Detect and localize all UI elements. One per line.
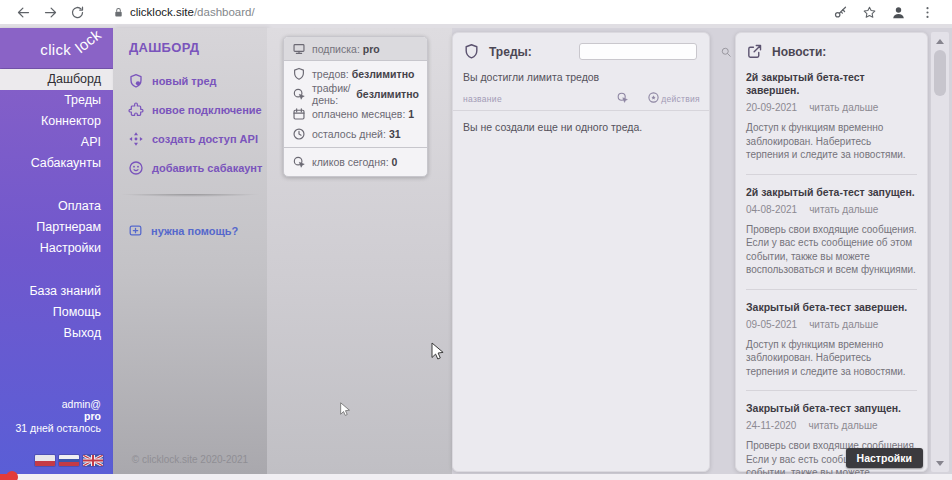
sidebar-item-label: Помощь: [53, 305, 101, 319]
new-connection-link[interactable]: новое подключение: [128, 102, 267, 118]
sidebar-item-api[interactable]: API: [0, 132, 113, 153]
page-title: ДАШБОРД: [129, 40, 267, 55]
row-value: 0: [392, 156, 398, 168]
progress-dot[interactable]: [6, 471, 18, 480]
limit-notice: Вы достигли лимита тредов: [463, 71, 709, 83]
sidebar-item-help[interactable]: Помощь: [0, 302, 113, 323]
menu-dots-icon[interactable]: [920, 5, 935, 20]
read-more-link[interactable]: читать дальше: [808, 420, 877, 431]
create-api-access-link[interactable]: создать доступ API: [128, 131, 267, 147]
subscription-zone: подписка: pro тредов: безлимитно трафик/…: [267, 28, 452, 474]
sidebar-item-label: Треды: [64, 93, 101, 107]
sidebar-item-partners[interactable]: Партнерам: [0, 217, 113, 238]
need-help-label: нужна помощь?: [151, 225, 238, 237]
shield-dot-icon: [128, 73, 144, 89]
row-label: кликов сегодня:: [312, 156, 389, 168]
news-item-body: Доступ к функциям временно заблокирован.…: [746, 338, 917, 379]
search-input[interactable]: [580, 45, 720, 58]
scroll-down-icon[interactable]: [931, 456, 949, 470]
column-actions: действия: [661, 94, 700, 104]
sidebar-item-label: Выход: [64, 326, 101, 340]
row-value: безлимитно: [352, 68, 415, 80]
sidebar-item-connector[interactable]: Коннектор: [0, 111, 113, 132]
news-item: 2й закрытый бета-тест завершен. 20-09-20…: [746, 60, 917, 175]
subscription-row: осталось дней: 31: [284, 124, 427, 144]
dashboard-column: ДАШБОРД новый тред новое подключение соз…: [113, 28, 267, 474]
lock-icon[interactable]: [113, 7, 124, 18]
read-more-link[interactable]: читать дальше: [809, 204, 878, 215]
sidebar-item-label: Сабакаунты: [31, 156, 101, 170]
clicks-today-row: кликов сегодня: 0: [284, 152, 427, 172]
forward-icon[interactable]: [43, 5, 58, 20]
sidebar-item-knowledge-base[interactable]: База знаний: [0, 281, 113, 302]
add-subaccount-link[interactable]: добавить сабакаунт: [128, 160, 267, 176]
reload-icon[interactable]: [70, 5, 85, 20]
user-plan: pro: [0, 410, 101, 422]
flag-russia-icon[interactable]: [59, 455, 79, 466]
search-icon[interactable]: [720, 46, 732, 58]
news-item-body: Доступ к функциям временно заблокирован.…: [746, 121, 917, 162]
news-item-date: 24-11-2020: [746, 420, 796, 431]
help-plus-icon: [128, 223, 143, 238]
news-item-date: 04-08-2021: [746, 204, 797, 215]
subscription-row: тредов: безлимитно: [284, 64, 427, 84]
news-item: Закрытый бета-тест завершен. 09-05-2021 …: [746, 290, 917, 392]
clock-icon: [292, 127, 306, 141]
click-icon: [292, 87, 306, 101]
sidebar-item-threads[interactable]: Треды: [0, 90, 113, 111]
browser-actions: [826, 5, 942, 20]
star-icon[interactable]: [862, 5, 877, 20]
flag-poland-icon[interactable]: [35, 455, 55, 466]
sidebar-item-label: Партнерам: [36, 220, 101, 234]
subscription-value: pro: [363, 43, 380, 55]
screen: clicklock.site/dashboard/ click lock Даш…: [0, 0, 952, 480]
api-icon: [128, 131, 144, 147]
language-flags: [35, 455, 103, 466]
user-days-left: 31 дней осталось: [0, 422, 101, 434]
click-column-icon[interactable]: [616, 91, 629, 104]
sidebar-item-logout[interactable]: Выход: [0, 323, 113, 344]
threads-search: [579, 43, 697, 60]
new-thread-link[interactable]: новый тред: [128, 73, 267, 89]
clicklock-logo[interactable]: click lock: [0, 28, 113, 68]
sidebar-item-settings[interactable]: Настройки: [0, 238, 113, 259]
row-value: 31: [389, 128, 401, 140]
user-email: admin@: [0, 398, 101, 410]
subscription-label: подписка:: [312, 43, 360, 55]
scrollbar-thumb[interactable]: [934, 50, 946, 96]
logo-text-lock: lock: [72, 26, 104, 57]
flag-uk-icon[interactable]: [83, 455, 103, 466]
threads-empty-message: Вы не создали еще ни одного треда.: [463, 121, 709, 133]
divider: [119, 194, 261, 197]
subscription-header: подписка: pro: [284, 37, 427, 61]
sidebar-item-label: Коннектор: [41, 114, 101, 128]
key-icon[interactable]: [833, 5, 848, 20]
settings-button[interactable]: Настройки: [846, 448, 923, 468]
subscription-footer: кликов сегодня: 0: [284, 147, 427, 176]
back-icon[interactable]: [16, 5, 31, 20]
read-more-link[interactable]: читать дальше: [809, 102, 878, 113]
threads-table-header: название действия: [453, 87, 709, 111]
sidebar-item-subaccounts[interactable]: Сабакаунты: [0, 153, 113, 174]
click-icon: [292, 155, 306, 169]
video-progress-bar: [0, 474, 952, 480]
need-help-link[interactable]: нужна помощь?: [128, 223, 267, 238]
url-path: /dashboard/: [194, 6, 255, 18]
user-info: admin@ pro 31 дней осталось: [0, 398, 113, 434]
shield-icon: [463, 43, 480, 60]
address-bar[interactable]: clicklock.site/dashboard/: [130, 6, 255, 18]
row-label: оплачено месяцев:: [312, 108, 405, 120]
sidebar-item-label: Настройки: [40, 241, 101, 255]
read-more-link[interactable]: читать дальше: [809, 319, 878, 330]
avatar-icon[interactable]: [891, 5, 906, 20]
scrollbar[interactable]: [931, 32, 949, 472]
sidebar-item-payment[interactable]: Оплата: [0, 196, 113, 217]
scroll-up-icon[interactable]: [931, 34, 949, 48]
sidebar-item-dashboard[interactable]: Дашборд: [0, 69, 113, 90]
star-circle-column-icon[interactable]: [647, 91, 660, 104]
news-item-meta: 24-11-2020 читать дальше: [746, 420, 917, 431]
news-title: Новости:: [772, 45, 826, 59]
column-name[interactable]: название: [463, 94, 502, 104]
browser-toolbar: clicklock.site/dashboard/: [0, 0, 952, 24]
sidebar-nav: Дашборд Треды Коннектор API Сабакаунты О…: [0, 69, 113, 344]
